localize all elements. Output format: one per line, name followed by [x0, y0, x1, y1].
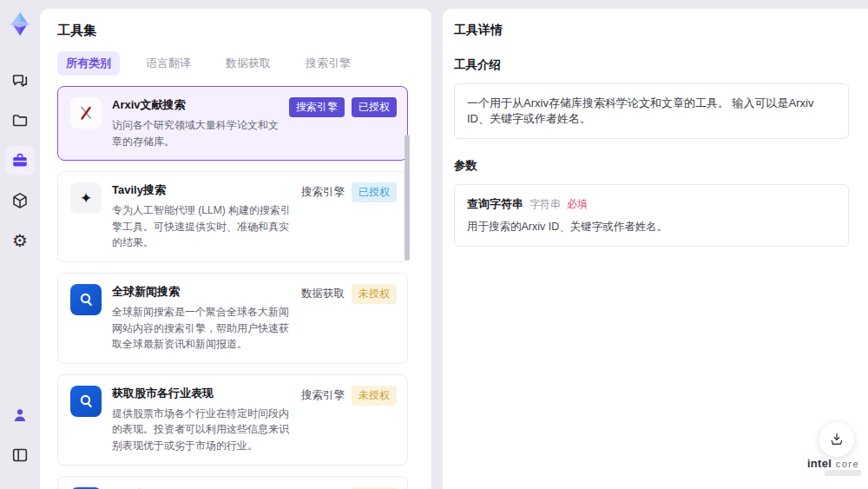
tool-detail-panel: 工具详情 工具介绍 一个用于从Arxiv存储库搜索科学论文和文章的工具。 输入可…	[443, 9, 868, 489]
settings-gear-icon: ⚙	[12, 232, 28, 249]
tool-card-global-news[interactable]: 全球新闻搜索 全球新闻搜索是一个聚合全球各大新闻网站内容的搜索引擎，帮助用户快速…	[57, 273, 408, 364]
tab-language-translation[interactable]: 语言翻译	[137, 51, 200, 76]
category-tabs: 所有类别 语言翻译 数据获取 搜索引擎	[57, 51, 431, 76]
download-button[interactable]	[819, 422, 854, 457]
auth-status-badge: 已授权	[352, 182, 397, 202]
cube-icon	[10, 191, 30, 210]
auth-status-badge: 已授权	[352, 97, 397, 117]
sidebar-item-collapse[interactable]	[5, 440, 35, 470]
tool-card-sector-performance[interactable]: 获取股市各行业表现 提供股票市场各个行业在特定时间段内的表现。投资者可以利用这些…	[57, 374, 408, 466]
sidebar-item-chat[interactable]	[5, 66, 35, 96]
intro-section-title: 工具介绍	[454, 57, 849, 73]
app-logo-gem-icon[interactable]	[6, 7, 34, 42]
param-description: 用于搜索的Arxiv ID、关键字或作者姓名。	[467, 220, 836, 235]
folder-icon	[10, 111, 30, 130]
sidebar-item-settings[interactable]: ⚙	[5, 226, 35, 255]
auth-status-badge: 未授权	[352, 386, 397, 406]
tool-name: 获取股市各行业表现	[112, 386, 293, 401]
param-name: 查询字符串	[467, 196, 523, 212]
tab-all-categories[interactable]: 所有类别	[57, 51, 120, 76]
intel-wordmark: intel	[807, 457, 832, 470]
detail-title: 工具详情	[454, 23, 849, 38]
tool-name: Arxiv文献搜索	[112, 97, 280, 113]
sidebar: ⚙	[0, 0, 40, 489]
scrollbar-thumb[interactable]	[404, 135, 410, 261]
auth-status-badge: 未授权	[352, 284, 397, 304]
sidebar-item-tools[interactable]	[5, 146, 35, 175]
sidebar-item-files[interactable]	[5, 106, 35, 135]
tool-card-most-active-stocks[interactable]: 获取市场最活跃股票信息 提供当天交易量最高的股票列表。投资者可以利用这些信息来识…	[57, 476, 408, 489]
sparkle-star-icon: ✦	[70, 182, 102, 214]
parameter-card: 查询字符串 字符串 必填 用于搜索的Arxiv ID、关键字或作者姓名。	[454, 184, 849, 247]
sidebar-item-account[interactable]	[5, 400, 35, 430]
sidebar-item-plugins[interactable]	[5, 186, 35, 215]
param-required-flag: 必填	[567, 197, 588, 212]
blue-search-app-icon	[70, 386, 102, 417]
tool-name: 全球新闻搜索	[112, 284, 293, 300]
category-label: 数据获取	[301, 284, 345, 304]
tab-search-engine[interactable]: 搜索引擎	[297, 51, 359, 76]
user-icon	[10, 406, 30, 425]
brand-watermark	[825, 470, 861, 476]
page-title: 工具集	[57, 23, 431, 39]
app-window: ⚙ 工具集 所有类别 语言翻译 数据获取 搜索引擎	[0, 0, 868, 489]
tool-intro-box: 一个用于从Arxiv存储库搜索科学论文和文章的工具。 输入可以是Arxiv ID…	[454, 83, 849, 139]
tool-description: 访问各个研究领域大量科学论文和文章的存储库。	[112, 117, 280, 149]
chat-icon	[10, 71, 30, 90]
tool-name: Tavily搜索	[112, 182, 293, 198]
core-wordmark: core	[836, 459, 859, 469]
list-scrollbar[interactable]	[404, 86, 410, 489]
category-badge: 搜索引擎	[289, 97, 345, 117]
panel-layout-icon	[10, 446, 30, 465]
arxiv-logo-icon	[70, 97, 102, 129]
tool-card-tavily[interactable]: ✦ Tavily搜索 专为人工智能代理 (LLM) 构建的搜索引擎工具。可快速提…	[57, 171, 408, 262]
tool-card-arxiv[interactable]: Arxiv文献搜索 访问各个研究领域大量科学论文和文章的存储库。 搜索引擎 已授…	[57, 86, 408, 161]
category-label: 搜索引擎	[301, 182, 345, 202]
param-type: 字符串	[529, 197, 561, 212]
blue-search-app-icon	[70, 284, 102, 315]
tool-card-list: Arxiv文献搜索 访问各个研究领域大量科学论文和文章的存储库。 搜索引擎 已授…	[57, 86, 415, 489]
category-label: 搜索引擎	[301, 386, 345, 406]
tool-description: 提供股票市场各个行业在特定时间段内的表现。投资者可以利用这些信息来识别表现优于或…	[112, 406, 293, 454]
tab-data-fetch[interactable]: 数据获取	[217, 51, 279, 76]
intel-core-logo: intel core	[803, 455, 864, 471]
tool-description: 全球新闻搜索是一个聚合全球各大新闻网站内容的搜索引擎，帮助用户快速获取全球最新资…	[112, 304, 293, 353]
toolbox-icon	[10, 151, 30, 170]
tool-description: 专为人工智能代理 (LLM) 构建的搜索引擎工具。可快速提供实时、准确和真实的结…	[112, 202, 293, 251]
tool-list-panel: 工具集 所有类别 语言翻译 数据获取 搜索引擎 Arxiv文献搜索 访问各个研究…	[40, 9, 431, 489]
params-section-title: 参数	[454, 158, 849, 174]
download-icon	[829, 432, 845, 447]
